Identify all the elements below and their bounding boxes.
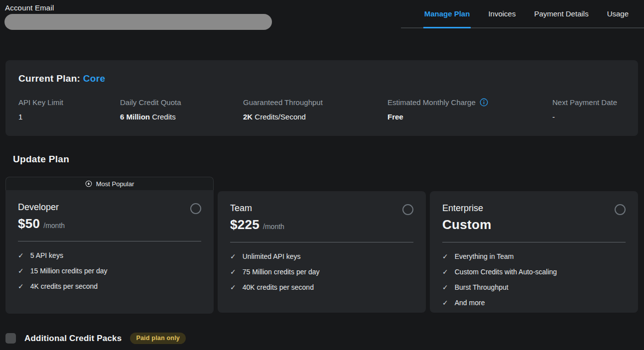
credit-packs-label: Additional Credit Packs	[24, 334, 122, 344]
plan-price: Custom	[442, 217, 492, 233]
plan-features: ✓Everything in Team ✓Custom Credits with…	[442, 252, 626, 307]
plan-radio-team[interactable]	[402, 204, 413, 215]
check-icon: ✓	[18, 251, 24, 259]
feature-item: ✓Burst Throughput	[442, 283, 626, 291]
check-icon: ✓	[230, 283, 236, 291]
check-icon: ✓	[442, 283, 448, 291]
stat-value: 1	[18, 113, 22, 121]
plan-features: ✓5 API keys ✓15 Million credits per day …	[18, 251, 201, 290]
current-plan-stats: API Key Limit 1 Daily Credit Quota 6 Mil…	[18, 98, 625, 121]
stat-value-bold: Free	[387, 113, 403, 121]
current-plan-name: Core	[83, 73, 106, 84]
billing-tabbar: Manage Plan Invoices Payment Details Usa…	[401, 0, 644, 28]
feature-text: 4K credits per second	[30, 282, 98, 290]
divider	[442, 242, 626, 242]
check-icon: ✓	[18, 282, 24, 290]
info-circle-icon[interactable]	[480, 98, 488, 107]
feature-text: Unlimited API keys	[243, 252, 301, 260]
feature-item: ✓Unlimited API keys	[230, 252, 413, 260]
flame-icon	[85, 180, 92, 187]
tab-invoices[interactable]: Invoices	[487, 0, 516, 28]
plan-price-suffix: /month	[43, 222, 65, 230]
feature-item: ✓15 Million credits per day	[18, 267, 201, 275]
plan-card-developer[interactable]: Developer $50 /month ✓5 API keys ✓15 Mil…	[5, 190, 214, 314]
current-plan-title: Current Plan: Core	[18, 73, 625, 84]
tab-payment-details[interactable]: Payment Details	[533, 0, 589, 28]
check-icon: ✓	[442, 268, 448, 276]
feature-item: ✓40K credits per second	[230, 283, 413, 291]
credit-packs-checkbox[interactable]	[5, 333, 16, 344]
plan-name: Team	[230, 203, 284, 214]
stat-value: Credits/Second	[253, 113, 306, 121]
stat-label: Next Payment Date	[552, 98, 617, 107]
feature-item: ✓And more	[442, 299, 626, 307]
feature-text: Everything in Team	[455, 252, 514, 260]
plan-radio-developer[interactable]	[190, 203, 201, 214]
plan-card-enterprise[interactable]: Enterprise Custom ✓Everything in Team ✓C…	[430, 191, 638, 313]
stat-label: Estimated Monthly Charge	[387, 98, 476, 107]
feature-text: 40K credits per second	[243, 283, 314, 291]
stat-estimated-monthly-charge: Estimated Monthly Charge Free	[387, 98, 552, 121]
plan-radio-enterprise[interactable]	[615, 204, 626, 215]
paid-plan-only-badge: Paid plan only	[130, 333, 186, 344]
divider	[230, 242, 413, 242]
check-icon: ✓	[230, 252, 236, 260]
check-icon: ✓	[230, 268, 236, 276]
feature-text: Custom Credits with Auto-scaling	[455, 268, 557, 276]
most-popular-badge: Most Popular	[5, 177, 214, 190]
feature-item: ✓Custom Credits with Auto-scaling	[442, 268, 626, 276]
plan-price-suffix: /month	[263, 223, 284, 231]
check-icon: ✓	[442, 252, 448, 260]
feature-text: 15 Million credits per day	[30, 267, 108, 275]
stat-value-bold: 2K	[243, 113, 253, 121]
stat-next-payment-date: Next Payment Date -	[552, 98, 625, 121]
tab-usage[interactable]: Usage	[606, 0, 630, 28]
plan-name: Developer	[18, 202, 65, 213]
feature-item: ✓Everything in Team	[442, 252, 626, 260]
feature-item: ✓4K credits per second	[18, 282, 201, 290]
feature-text: And more	[455, 299, 485, 307]
feature-item: ✓75 Million credits per day	[230, 268, 413, 276]
stat-value-bold: 6 Million	[120, 113, 150, 121]
feature-text: Burst Throughput	[455, 283, 509, 291]
plan-features: ✓Unlimited API keys ✓75 Million credits …	[230, 252, 413, 291]
check-icon: ✓	[442, 299, 448, 307]
check-icon: ✓	[18, 267, 24, 275]
stat-value: -	[552, 113, 555, 121]
stat-api-key-limit: API Key Limit 1	[18, 98, 120, 121]
stat-guaranteed-throughput: Guaranteed Throughput 2K Credits/Second	[243, 98, 387, 121]
feature-text: 75 Million credits per day	[243, 268, 320, 276]
plan-card-team[interactable]: Team $225 /month ✓Unlimited API keys ✓75…	[218, 191, 426, 313]
stat-daily-credit-quota: Daily Credit Quota 6 Million Credits	[120, 98, 243, 121]
most-popular-label: Most Popular	[96, 180, 134, 188]
current-plan-title-prefix: Current Plan:	[18, 73, 83, 84]
stat-label: API Key Limit	[18, 98, 63, 107]
stat-label: Daily Credit Quota	[120, 98, 181, 107]
feature-item: ✓5 API keys	[18, 251, 201, 259]
current-plan-card: Current Plan: Core API Key Limit 1 Daily…	[5, 60, 638, 136]
stat-label: Guaranteed Throughput	[243, 98, 323, 107]
plan-name: Enterprise	[442, 203, 492, 214]
divider	[18, 241, 201, 241]
tab-manage-plan[interactable]: Manage Plan	[423, 0, 471, 28]
account-email-label: Account Email	[5, 3, 54, 12]
stat-value: Credits	[150, 113, 176, 121]
plan-price: $50	[18, 216, 40, 232]
update-plan-heading: Update Plan	[13, 154, 69, 165]
additional-credit-packs-row: Additional Credit Packs Paid plan only	[5, 333, 186, 344]
feature-text: 5 API keys	[30, 251, 63, 259]
plan-price: $225	[230, 217, 259, 233]
account-email-input[interactable]	[4, 14, 272, 30]
